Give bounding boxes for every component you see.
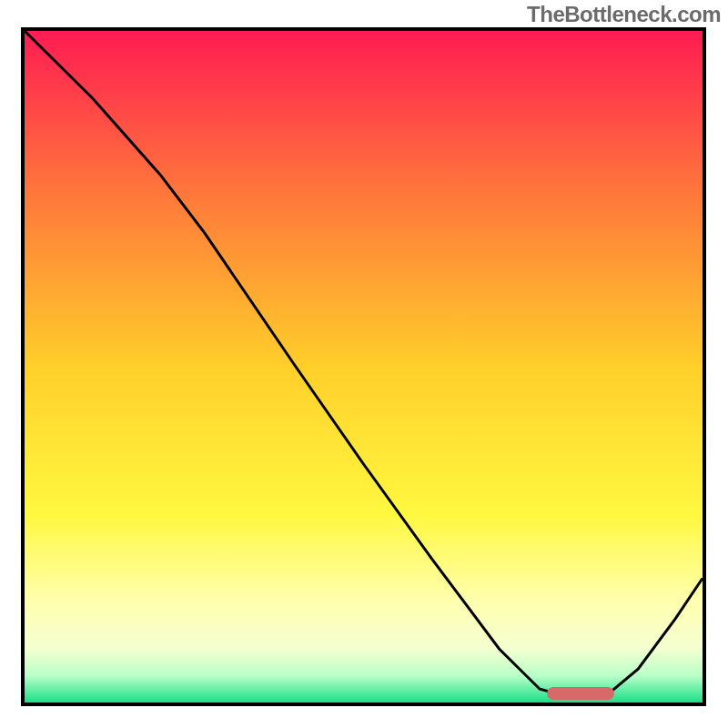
optimum-marker xyxy=(547,687,615,700)
chart-frame: TheBottleneck.com xyxy=(0,0,728,728)
bottleneck-curve-svg xyxy=(21,27,706,706)
plot-area xyxy=(21,27,706,706)
watermark-text: TheBottleneck.com xyxy=(527,2,721,27)
bottleneck-curve xyxy=(25,31,703,694)
